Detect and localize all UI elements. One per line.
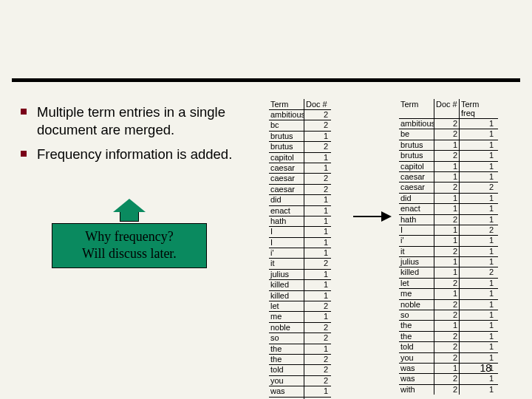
cell-term: killed [269, 280, 304, 290]
cell-doc: 2 [304, 355, 330, 364]
cell-doc: 2 [304, 185, 330, 194]
table-row: caesar11 [399, 171, 498, 182]
cell-term: was [399, 374, 434, 383]
cell-doc: 1 [304, 312, 330, 321]
table-row: so21 [399, 310, 498, 320]
cell-doc: 1 [434, 162, 460, 171]
cell-term: be [399, 129, 434, 139]
cell-term: enact [269, 206, 304, 216]
cell-term: it [269, 259, 304, 268]
cell-doc: 2 [304, 333, 330, 343]
table-row: i'11 [399, 235, 498, 245]
cell-term: bc [269, 120, 304, 130]
cell-freq: 1 [460, 119, 495, 129]
up-arrow-icon [113, 199, 146, 222]
page-number: 18 [480, 362, 491, 374]
table-row: hath1 [269, 216, 331, 226]
cell-term: me [269, 312, 304, 321]
cell-term: brutus [269, 142, 304, 151]
table-row: was1 [269, 386, 331, 396]
cell-term: it [399, 247, 434, 256]
table-row: I1 [269, 226, 331, 236]
cell-freq: 1 [460, 140, 495, 150]
bullet-list: Multiple term entries in a single docume… [21, 103, 265, 171]
cell-doc: 1 [434, 194, 460, 203]
table-row: me11 [399, 288, 498, 299]
cell-doc: 2 [304, 120, 330, 130]
table-row: noble2 [269, 322, 331, 332]
table-row: the2 [269, 354, 331, 364]
cell-doc: 2 [434, 151, 460, 160]
cell-term: brutus [269, 132, 304, 141]
cell-freq: 1 [460, 151, 495, 160]
table-row: ambitious2 [269, 109, 331, 120]
table-row: brutus1 [269, 131, 331, 141]
cell-doc: 2 [304, 365, 330, 375]
cell-term: julius [399, 257, 434, 267]
table-row: I1 [269, 237, 331, 248]
cell-freq: 1 [460, 321, 495, 330]
cell-doc: 1 [434, 236, 460, 245]
table-row: it21 [399, 246, 498, 256]
bullet-item: Frequency information is added. [21, 146, 265, 163]
table-row: let21 [399, 278, 498, 288]
cell-doc: 1 [434, 225, 460, 235]
cell-term: so [399, 310, 434, 320]
table-row: noble21 [399, 299, 498, 310]
cell-term: told [399, 342, 434, 352]
cell-term: let [269, 301, 304, 311]
cell-freq: 1 [460, 247, 495, 256]
cell-term: you [269, 376, 304, 386]
col-header-term: Term [399, 99, 434, 118]
cell-freq: 1 [460, 374, 495, 383]
col-header-doc: Doc # [434, 99, 460, 118]
cell-doc: 1 [304, 206, 330, 216]
cell-term: me [399, 289, 434, 299]
table-row: capitol11 [399, 161, 498, 171]
table-row: the21 [399, 331, 498, 341]
cell-doc: 1 [434, 172, 460, 182]
cell-term: I [269, 227, 304, 236]
cell-freq: 2 [460, 183, 495, 192]
table-row: julius1 [269, 269, 331, 279]
cell-term: caesar [269, 163, 304, 173]
cell-freq: 1 [460, 215, 495, 225]
cell-term: i' [269, 248, 304, 258]
cell-term: caesar [399, 183, 434, 192]
cell-doc: 2 [304, 174, 330, 183]
title-divider [12, 78, 520, 82]
table-row: killed12 [399, 267, 498, 277]
cell-doc: 1 [304, 280, 330, 290]
cell-term: hath [269, 216, 304, 226]
cell-doc: 1 [304, 238, 330, 248]
table-row: did11 [399, 193, 498, 203]
cell-doc: 1 [434, 257, 460, 267]
cell-doc: 2 [304, 323, 330, 332]
table-row: you2 [269, 375, 331, 386]
cell-doc: 1 [304, 195, 330, 205]
cell-term: i' [399, 236, 434, 245]
cell-term: killed [269, 291, 304, 301]
cell-freq: 1 [460, 289, 495, 299]
cell-doc: 2 [304, 259, 330, 268]
cell-doc: 2 [434, 300, 460, 310]
cell-doc: 1 [304, 248, 330, 258]
table-row: ambitious21 [399, 118, 498, 129]
table-row: capitol1 [269, 152, 331, 163]
cell-term: you [399, 353, 434, 363]
table-row: caesar2 [269, 184, 331, 194]
cell-doc: 1 [434, 289, 460, 299]
table-row: was21 [399, 373, 498, 383]
table-row: the1 [269, 344, 331, 354]
cell-freq: 1 [460, 129, 495, 139]
col-header-term: Term [269, 99, 304, 109]
table-row: did1 [269, 194, 331, 205]
cell-doc: 1 [304, 163, 330, 173]
cell-freq: 1 [460, 257, 495, 267]
table-row: julius11 [399, 256, 498, 267]
cell-term: brutus [399, 151, 434, 160]
cell-freq: 1 [460, 353, 495, 363]
cell-term: did [399, 194, 434, 203]
cell-term: I [269, 238, 304, 248]
term-doc-freq-table: Term Doc # Term freq ambitious21be21brut… [399, 99, 498, 395]
